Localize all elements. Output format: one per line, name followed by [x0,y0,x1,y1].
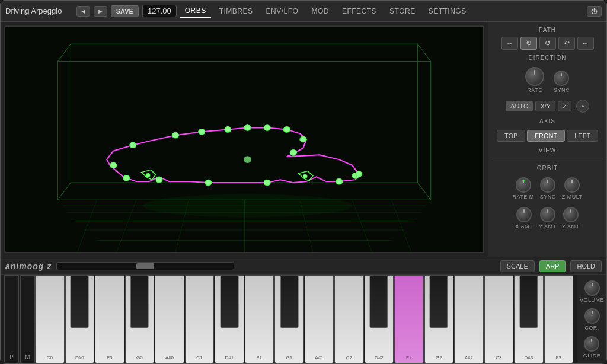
arp-button[interactable]: ARP [539,260,566,272]
tab-timbres[interactable]: TIMBRES [215,5,258,17]
key-as2[interactable]: A#2 [454,275,484,363]
p-key[interactable]: P [4,275,19,363]
m-key[interactable]: M [20,275,35,363]
key-c3[interactable]: C3 [484,275,514,363]
glide-knob[interactable] [584,336,599,352]
rate-knob[interactable] [525,67,544,86]
sync-knob[interactable] [554,71,569,86]
key-c0[interactable]: C0 [35,275,65,363]
direction-loop[interactable]: ↻ [520,37,537,50]
right-panel: PATH → ↻ ↺ ↶ ← DIRECTION RATE SYNC [488,22,606,257]
axis-xy-btn[interactable]: X/Y [535,101,555,111]
orbit-zmult-knob[interactable] [564,177,580,193]
key-f0[interactable]: F0 [95,275,124,363]
direction-backward[interactable]: ← [577,37,594,50]
orbit-rate-knob[interactable] [516,177,531,193]
key-d0[interactable]: D#0 [65,275,95,363]
key-ds1[interactable]: D#1 [215,275,244,363]
save-button[interactable]: SAVE [111,5,139,17]
glide-label: GLIDE [583,353,601,359]
rate-knob-label: RATE [527,87,542,93]
orbit-sync-wrap: SYNC [540,177,556,200]
white-keys: C0 D#0 F0 [35,275,573,363]
svg-point-28 [300,136,306,142]
key-g1[interactable]: G1 [274,275,304,363]
svg-point-33 [264,180,270,186]
svg-point-42 [356,171,362,177]
key-f3[interactable]: F3 [544,275,574,363]
svg-point-34 [336,178,343,184]
key-c2[interactable]: C2 [334,275,364,363]
top-bar: Driving Arpeggio ◄ ► SAVE 127.00 ORBS TI… [1,1,606,22]
visualization [5,27,483,252]
tab-orbs[interactable]: ORBS [180,5,211,18]
next-button[interactable]: ► [94,6,107,17]
svg-point-37 [146,173,150,177]
axis-label: AXIS [492,118,603,124]
power-button[interactable]: ⏻ [587,6,602,17]
key-ds3[interactable]: D#3 [514,275,544,363]
orbit-yamt-knob[interactable] [540,207,555,222]
bpm-display[interactable]: 127.00 [142,5,177,17]
volume-knob[interactable] [584,280,600,296]
axis-z-btn[interactable]: Z [558,101,571,111]
keyboard-area: P M C0 D#0 [1,275,577,363]
hold-button[interactable]: HOLD [570,260,602,272]
orbit-xamt-knob[interactable] [516,207,532,222]
orbit-section-label: ORBIT [492,165,603,171]
orbit-sync-knob[interactable] [540,177,555,193]
svg-point-27 [283,127,290,133]
tab-store[interactable]: STORE [385,5,420,17]
svg-point-39 [303,174,307,178]
orbit-row1: RATE M SYNC Z MULT [492,177,603,200]
cor-knob[interactable] [584,308,600,324]
orbit-xamt-label: X AMT [516,223,533,229]
orbit-zamt-label: Z AMT [562,223,579,229]
direction-back[interactable]: ↶ [558,37,575,50]
key-as0[interactable]: A#0 [155,275,184,363]
main-area: PATH → ↻ ↺ ↶ ← DIRECTION RATE SYNC [1,22,606,257]
key-ds2[interactable]: D#2 [365,275,394,363]
key-g0[interactable]: G0 [125,275,155,363]
rate-knob-wrap: RATE [525,67,544,93]
orbit-yamt-wrap: Y AMT [539,207,556,229]
key-g2[interactable]: G2 [424,275,454,363]
view-left-btn[interactable]: LEFT [567,130,598,142]
divider1 [492,159,603,159]
tab-envlfo[interactable]: ENV/LFO [261,5,304,17]
svg-point-26 [264,125,270,131]
glide-wrap: GLIDE [583,336,601,359]
orbit-zamt-knob[interactable] [563,207,579,222]
svg-point-40 [244,156,251,163]
svg-point-30 [123,175,130,181]
svg-point-22 [172,132,179,138]
edit-button[interactable]: ● [576,100,589,113]
direction-label: DIRECTION [492,55,603,61]
key-as1[interactable]: A#1 [305,275,334,363]
view-area[interactable] [4,25,484,253]
key-c1[interactable]: C1 [185,275,215,363]
view-front-btn[interactable]: FRONT [527,130,565,142]
prev-button[interactable]: ◄ [76,6,90,17]
tab-effects[interactable]: EFFECTS [337,5,381,17]
app-logo: animoog z [5,261,52,271]
direction-bounce[interactable]: ↺ [539,37,556,50]
bottom-area: animoog z SCALE ARP HOLD P M [1,257,606,363]
key-f2[interactable]: F2 [394,275,424,363]
scale-button[interactable]: SCALE [500,260,535,272]
tab-settings[interactable]: SETTINGS [424,5,471,17]
pitch-slider[interactable] [56,262,234,270]
svg-point-32 [205,180,212,186]
view-top-btn[interactable]: TOP [497,130,525,142]
svg-point-23 [199,129,205,135]
svg-point-31 [156,177,162,183]
direction-forward[interactable]: → [501,37,518,50]
right-side-knobs: VOLUME COR. GLIDE [577,275,606,363]
orbit-zmult-wrap: Z MULT [562,177,583,200]
orbit-row2: X AMT Y AMT Z AMT [492,207,603,229]
key-f1[interactable]: F1 [245,275,274,363]
svg-point-41 [110,162,117,168]
app-container: Driving Arpeggio ◄ ► SAVE 127.00 ORBS TI… [0,0,607,364]
axis-auto-btn[interactable]: AUTO [506,101,533,111]
tab-mod[interactable]: MOD [306,5,334,17]
